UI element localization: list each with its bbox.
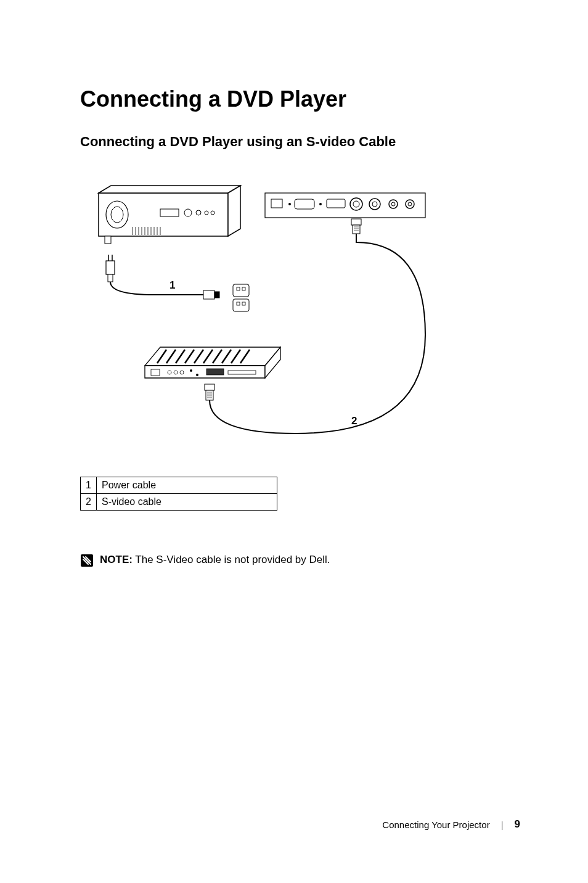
projector-icon xyxy=(99,186,240,244)
svg-point-62 xyxy=(180,371,184,374)
svg-point-20 xyxy=(288,203,291,205)
svg-point-29 xyxy=(391,202,395,206)
note-text: NOTE: The S-Video cable is not provided … xyxy=(100,554,330,566)
svg-rect-66 xyxy=(228,371,256,374)
svg-point-15 xyxy=(211,211,214,215)
svg-point-25 xyxy=(353,201,359,207)
svg-point-31 xyxy=(408,202,412,206)
note-body: The S-Video cable is not provided by Del… xyxy=(133,554,330,565)
svg-rect-23 xyxy=(327,199,345,208)
svg-rect-45 xyxy=(242,287,245,290)
svg-rect-42 xyxy=(214,292,219,298)
callout-1: 1 xyxy=(169,279,175,291)
svg-point-64 xyxy=(196,374,198,376)
svg-point-61 xyxy=(174,371,178,374)
footer-divider: | xyxy=(501,819,504,830)
legend-num-2: 2 xyxy=(81,494,97,511)
page-title: Connecting a DVD Player xyxy=(80,86,520,112)
power-plug-icon xyxy=(106,255,115,282)
note-icon xyxy=(80,554,94,567)
svg-rect-41 xyxy=(203,290,214,299)
table-row: 1 Power cable xyxy=(81,477,277,494)
projector-rear-panel-icon xyxy=(265,193,425,234)
page-footer: Connecting Your Projector | 9 xyxy=(382,818,520,831)
svg-rect-19 xyxy=(271,199,282,208)
svg-point-14 xyxy=(205,211,208,215)
footer-section: Connecting Your Projector xyxy=(382,819,489,830)
svg-rect-16 xyxy=(160,209,179,216)
svg-rect-68 xyxy=(206,390,213,400)
connection-diagram: 1 2 xyxy=(80,175,431,446)
svg-rect-67 xyxy=(205,384,214,390)
svg-point-60 xyxy=(168,371,171,374)
section-title: Connecting a DVD Player using an S-video… xyxy=(80,134,520,150)
svg-point-22 xyxy=(319,203,322,205)
dvd-player-icon xyxy=(145,347,280,378)
note-block: NOTE: The S-Video cable is not provided … xyxy=(80,554,520,567)
power-cable-line xyxy=(110,282,203,295)
legend-label-2: S-video cable xyxy=(97,494,277,511)
svg-rect-48 xyxy=(242,302,245,305)
legend-table: 1 Power cable 2 S-video cable xyxy=(80,477,277,511)
svg-point-1 xyxy=(111,207,123,223)
legend-label-1: Power cable xyxy=(97,477,277,494)
svg-point-13 xyxy=(196,210,201,215)
svg-rect-32 xyxy=(351,219,361,225)
svideo-cable-line xyxy=(210,234,425,433)
svg-point-12 xyxy=(184,209,192,216)
legend-num-1: 1 xyxy=(81,477,97,494)
svg-rect-65 xyxy=(206,369,224,375)
svg-rect-37 xyxy=(106,261,115,274)
svg-rect-47 xyxy=(237,302,240,305)
port-block-icon xyxy=(233,284,249,311)
table-row: 2 S-video cable xyxy=(81,494,277,511)
svg-rect-40 xyxy=(108,274,113,282)
diagram-svg: 1 2 xyxy=(80,175,431,446)
svg-rect-44 xyxy=(237,287,240,290)
svg-rect-17 xyxy=(105,236,111,244)
note-prefix: NOTE: xyxy=(100,554,133,565)
svg-point-63 xyxy=(190,369,192,372)
svideo-connector-dvd-icon xyxy=(205,384,214,400)
svg-rect-43 xyxy=(233,284,249,297)
svg-rect-59 xyxy=(151,369,160,376)
legend-table-wrap: 1 Power cable 2 S-video cable xyxy=(80,477,520,511)
callout-2: 2 xyxy=(351,415,357,427)
svg-rect-46 xyxy=(233,299,249,311)
power-connector-icon xyxy=(203,290,219,299)
svg-rect-33 xyxy=(353,225,360,234)
footer-page-number: 9 xyxy=(515,818,520,831)
svg-point-27 xyxy=(372,202,377,207)
svg-rect-21 xyxy=(295,199,314,209)
